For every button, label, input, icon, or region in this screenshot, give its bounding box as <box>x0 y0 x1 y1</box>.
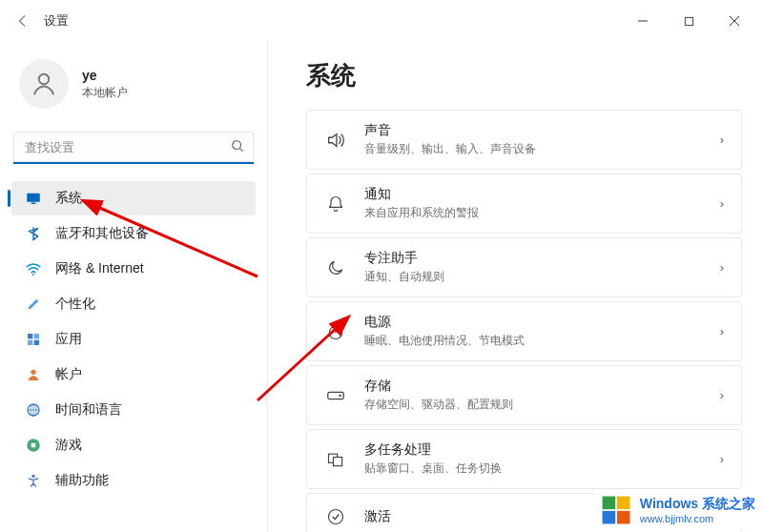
search-input[interactable] <box>13 132 254 164</box>
card-focus[interactable]: 专注助手 通知、自动规则 › <box>306 237 742 297</box>
chevron-right-icon: › <box>720 133 724 147</box>
monitor-icon <box>25 190 42 207</box>
sound-icon <box>324 129 347 152</box>
chevron-right-icon: › <box>720 452 724 466</box>
sidebar-item-label: 系统 <box>55 190 82 207</box>
sidebar-item-label: 应用 <box>55 331 82 348</box>
user-name: ye <box>82 68 128 83</box>
card-subtitle: 音量级别、输出、输入、声音设备 <box>364 141 703 157</box>
svg-point-1 <box>39 74 50 85</box>
svg-rect-19 <box>334 457 342 465</box>
person-icon <box>30 70 58 98</box>
activation-icon <box>324 505 347 528</box>
gamepad-icon <box>25 437 42 454</box>
watermark-url: www.bjjmlv.com <box>640 513 755 524</box>
svg-rect-3 <box>27 194 40 202</box>
back-button[interactable] <box>8 6 38 36</box>
storage-icon <box>324 384 347 407</box>
card-title: 专注助手 <box>364 250 703 267</box>
settings-list: 声音 音量级别、输出、输入、声音设备 › 通知 来自应用和系统的警报 › 专注助… <box>306 110 742 532</box>
card-subtitle: 来自应用和系统的警报 <box>364 205 703 221</box>
maximize-button[interactable] <box>668 6 710 36</box>
card-title: 存储 <box>364 378 703 395</box>
globe-clock-icon <box>25 401 42 419</box>
card-subtitle: 存储空间、驱动器、配置规则 <box>364 397 703 413</box>
svg-rect-23 <box>602 497 615 510</box>
sidebar-item-label: 蓝牙和其他设备 <box>55 225 149 242</box>
svg-rect-24 <box>617 497 630 510</box>
watermark-title: Windows 系统之家 <box>640 496 755 513</box>
avatar <box>19 59 69 109</box>
svg-rect-4 <box>31 203 36 205</box>
watermark: Windows 系统之家 www.bjjmlv.com <box>594 490 761 530</box>
titlebar: 设置 <box>0 0 763 42</box>
card-title: 声音 <box>364 122 703 139</box>
user-subtitle: 本地帐户 <box>82 85 128 101</box>
bluetooth-icon <box>25 225 42 242</box>
sidebar-item-label: 帐户 <box>55 366 82 383</box>
svg-rect-6 <box>28 334 32 338</box>
svg-rect-9 <box>34 340 39 345</box>
sidebar-item-network[interactable]: 网络 & Internet <box>11 252 256 286</box>
svg-rect-7 <box>34 334 39 338</box>
sidebar: ye 本地帐户 系统 蓝牙和其他设备 网络 & Internet <box>0 42 267 532</box>
chevron-right-icon: › <box>720 260 724 275</box>
card-storage[interactable]: 存储 存储空间、驱动器、配置规则 › <box>306 365 742 425</box>
wifi-icon <box>25 260 42 277</box>
card-multitask[interactable]: 多任务处理 贴靠窗口、桌面、任务切换 › <box>306 429 742 489</box>
maximize-icon <box>684 16 694 27</box>
window-controls <box>622 6 755 36</box>
sidebar-item-system[interactable]: 系统 <box>11 181 256 215</box>
card-title: 多任务处理 <box>364 441 703 459</box>
sidebar-item-label: 时间和语言 <box>55 401 122 419</box>
card-sound[interactable]: 声音 音量级别、输出、输入、声音设备 › <box>306 110 742 170</box>
svg-point-5 <box>32 274 34 276</box>
minimize-icon <box>637 15 649 27</box>
apps-icon <box>25 331 42 348</box>
page-title: 系统 <box>306 59 742 92</box>
minimize-button[interactable] <box>622 6 664 36</box>
search-wrap <box>13 132 254 164</box>
bell-icon <box>324 193 347 215</box>
svg-rect-8 <box>28 340 32 345</box>
sidebar-item-label: 游戏 <box>55 437 82 454</box>
sidebar-item-accounts[interactable]: 帐户 <box>11 358 256 392</box>
sidebar-item-apps[interactable]: 应用 <box>11 322 256 357</box>
svg-rect-0 <box>685 17 692 25</box>
power-icon <box>324 320 347 343</box>
card-title: 通知 <box>364 186 703 203</box>
close-icon <box>729 15 740 27</box>
accessibility-icon <box>25 472 42 489</box>
main-panel: 系统 声音 音量级别、输出、输入、声音设备 › 通知 来自应用和系统的警报 › <box>267 42 763 532</box>
sidebar-item-accessibility[interactable]: 辅助功能 <box>11 463 256 498</box>
card-title: 电源 <box>364 314 703 331</box>
user-profile[interactable]: ye 本地帐户 <box>11 55 256 118</box>
svg-point-14 <box>31 475 34 478</box>
svg-point-17 <box>339 394 340 396</box>
svg-rect-26 <box>617 511 630 524</box>
sidebar-item-personalization[interactable]: 个性化 <box>11 287 256 321</box>
multitask-icon <box>324 448 347 471</box>
svg-rect-25 <box>602 511 615 524</box>
sidebar-item-gaming[interactable]: 游戏 <box>11 428 256 462</box>
sidebar-item-bluetooth[interactable]: 蓝牙和其他设备 <box>11 216 256 251</box>
svg-point-10 <box>31 370 35 375</box>
paintbrush-icon <box>25 296 42 313</box>
sidebar-item-label: 个性化 <box>55 296 95 313</box>
sidebar-item-label: 辅助功能 <box>55 472 109 489</box>
chevron-right-icon: › <box>720 324 724 338</box>
card-power[interactable]: 电源 睡眠、电池使用情况、节电模式 › <box>306 301 742 361</box>
card-subtitle: 睡眠、电池使用情况、节电模式 <box>364 333 703 349</box>
chevron-right-icon: › <box>720 196 724 211</box>
svg-point-20 <box>329 510 343 524</box>
card-subtitle: 贴靠窗口、桌面、任务切换 <box>364 460 703 477</box>
account-icon <box>25 366 42 383</box>
sidebar-item-label: 网络 & Internet <box>55 260 144 277</box>
arrow-left-icon <box>16 14 30 28</box>
window-title: 设置 <box>44 12 69 30</box>
sidebar-item-time[interactable]: 时间和语言 <box>11 393 256 427</box>
nav: 系统 蓝牙和其他设备 网络 & Internet 个性化 应用 帐户 <box>11 181 256 498</box>
card-notifications[interactable]: 通知 来自应用和系统的警报 › <box>306 174 742 234</box>
card-subtitle: 通知、自动规则 <box>364 269 703 285</box>
close-button[interactable] <box>713 6 755 36</box>
